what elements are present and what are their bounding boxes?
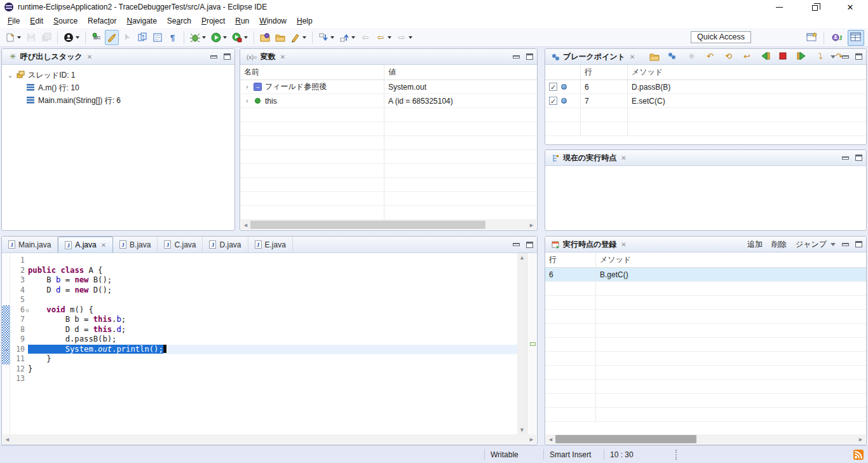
highlight-toggle-button[interactable] [105, 30, 119, 45]
backward-resume-icon[interactable] [759, 50, 771, 63]
maximize-view-button[interactable] [855, 241, 862, 247]
occurrence-marker[interactable] [530, 342, 536, 346]
code-line[interactable]: } [28, 354, 517, 364]
variable-row[interactable]: ›thisA (id = 685325104) [240, 94, 537, 108]
statusbar-drag-handle[interactable] [675, 450, 677, 460]
scroll-up-icon[interactable]: ▲ [517, 253, 527, 263]
back-button[interactable]: ⇦ [374, 30, 393, 45]
stack-frame-item[interactable]: Main.main(String[]) 行: 6 [2, 94, 234, 107]
view-menu-icon[interactable] [831, 55, 836, 59]
scroll-right-icon[interactable]: ► [527, 434, 536, 444]
next-annotation-button[interactable] [316, 30, 336, 45]
thread-node[interactable]: ⌄スレッドID: 1 [2, 69, 234, 81]
dropdown-arrow-icon[interactable] [388, 36, 391, 39]
menu-item-file[interactable]: File [3, 15, 25, 27]
editor-tab-d-java[interactable]: JD.java [203, 237, 248, 252]
breakpoint-row[interactable]: ✓7E.setC(C) [545, 94, 866, 108]
prev-annotation-button[interactable] [337, 30, 357, 45]
annotation-button[interactable] [288, 30, 308, 45]
scroll-down-icon[interactable]: ▼ [517, 425, 527, 435]
code-line[interactable]: D d = new D(); [28, 286, 517, 296]
column-header[interactable]: 名前 [240, 65, 384, 79]
debug-point-icon[interactable]: ✹ [685, 50, 698, 63]
code-line[interactable]: D d = this.d; [28, 325, 517, 335]
menu-item-help[interactable]: Help [292, 15, 318, 27]
registry-action-button[interactable]: 追加 [747, 239, 763, 250]
breakpoint-checkbox[interactable]: ✓ [549, 97, 557, 105]
dropdown-arrow-icon[interactable] [244, 36, 248, 39]
code-line[interactable] [28, 374, 517, 384]
editor-tab-close-icon[interactable]: ✕ [101, 242, 106, 249]
code-line[interactable]: d.passB(b); [28, 335, 517, 345]
breakpoints-tab[interactable]: ブレークポイント ✕ [548, 49, 639, 64]
scroll-right-icon[interactable]: ► [527, 220, 536, 230]
menu-item-edit[interactable]: Edit [25, 15, 48, 27]
registry-hscrollbar[interactable]: ◄ ► [546, 434, 865, 444]
java-perspective-button[interactable]: J [829, 30, 846, 46]
menu-item-navigate[interactable]: Navigate [121, 15, 161, 27]
user-account-button[interactable] [62, 30, 81, 45]
expander-icon[interactable]: ⌄ [7, 72, 13, 79]
debug-button[interactable] [188, 30, 208, 45]
code-line[interactable]: System.out.println(); [28, 345, 517, 355]
build-button[interactable]: ¶ [135, 30, 149, 45]
current-exec-close-icon[interactable]: ✕ [621, 155, 626, 162]
code-text[interactable]: public class A { B b = new B(); D d = ne… [28, 253, 517, 435]
dropdown-arrow-icon[interactable] [223, 36, 227, 39]
restore-button[interactable] [797, 0, 832, 14]
mark-occurrences-button[interactable] [120, 30, 134, 45]
scroll-left-icon[interactable]: ◄ [546, 434, 555, 444]
run-secure-button[interactable] [230, 30, 250, 45]
minimize-view-button[interactable] [513, 243, 520, 246]
editor-hscrollbar[interactable]: ◄ ► [3, 434, 536, 444]
debug-perspective-button[interactable] [848, 30, 864, 46]
maximize-view-button[interactable] [855, 53, 862, 60]
code-line[interactable]: B b = this.b; [28, 315, 517, 325]
registry-action-button[interactable]: 削除 [771, 239, 787, 250]
step-into-icon[interactable]: ⤵ [814, 50, 827, 63]
breakpoints-close-icon[interactable]: ✕ [630, 53, 635, 60]
column-header[interactable] [545, 65, 581, 79]
registry-tab[interactable]: 実行時点の登録 ✕ [548, 237, 630, 252]
menu-item-search[interactable]: Search [162, 15, 196, 27]
variables-close-icon[interactable]: ✕ [280, 53, 285, 60]
console-button[interactable] [151, 30, 165, 45]
maximize-view-button[interactable] [224, 53, 231, 60]
trace-connect-button[interactable] [90, 30, 104, 45]
code-line[interactable] [28, 295, 517, 305]
menu-item-refactor[interactable]: Refactor [83, 15, 121, 27]
editor-tab-c-java[interactable]: JC.java [158, 237, 203, 252]
variables-tab[interactable]: (x)= 変数 ✕ [243, 49, 289, 64]
close-button[interactable]: ✕ [832, 0, 868, 14]
registry-action-button[interactable]: ジャンプ [796, 239, 827, 250]
new-wizard-button[interactable]: + [3, 30, 23, 45]
current-exec-tab[interactable]: 現在の実行時点 ✕ [548, 150, 630, 165]
code-line[interactable]: B b = new B(); [28, 275, 517, 286]
code-line[interactable]: void m() { [28, 305, 517, 315]
menu-item-window[interactable]: Window [254, 15, 292, 27]
code-editor[interactable]: → 123456⊖78910111213 public class A { B … [2, 253, 537, 435]
menu-item-project[interactable]: Project [196, 15, 230, 27]
dropdown-arrow-icon[interactable] [330, 36, 334, 39]
last-edit-button[interactable]: ⇦ [358, 30, 372, 45]
forward-button[interactable]: ⇨ [395, 30, 414, 45]
open-resource-button[interactable] [273, 30, 287, 45]
column-header[interactable]: 行 [581, 65, 628, 79]
expander-icon[interactable]: › [244, 83, 250, 90]
forward-resume-icon[interactable] [796, 50, 808, 63]
column-header[interactable]: 値 [384, 65, 537, 79]
dropdown-arrow-icon[interactable] [409, 36, 412, 39]
rss-icon[interactable] [853, 450, 864, 460]
column-header[interactable]: 行 [545, 252, 596, 267]
editor-tab-b-java[interactable]: JB.java [113, 237, 158, 252]
registry-close-icon[interactable]: ✕ [621, 241, 626, 248]
registry-row[interactable]: 6B.getC() [545, 268, 866, 282]
breakpoint-row[interactable]: ✓6D.passB(B) [545, 80, 866, 94]
open-perspective-button[interactable] [804, 30, 820, 46]
editor-tab-a-java[interactable]: JA.java✕ [58, 237, 113, 252]
open-type-button[interactable] [258, 30, 272, 45]
dropdown-arrow-icon[interactable] [76, 36, 79, 39]
column-header[interactable]: メソッド [628, 65, 866, 79]
step-back-over-icon[interactable]: ⟲ [722, 50, 735, 63]
stack-frame-item[interactable]: A.m() 行: 10 [2, 81, 234, 94]
